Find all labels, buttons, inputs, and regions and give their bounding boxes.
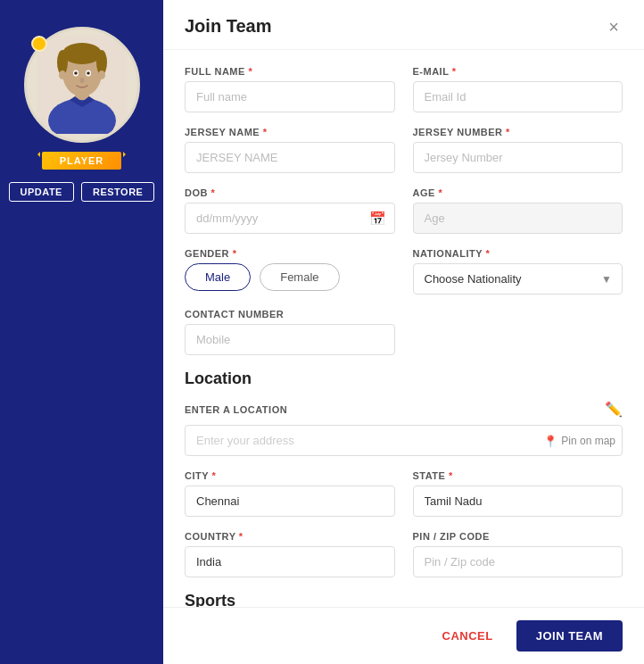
restore-button[interactable]: RESTORE [81, 182, 154, 202]
nationality-select[interactable]: Choose Nationality [413, 263, 623, 295]
city-state-row: CITY * STATE * [185, 470, 623, 517]
pin-on-map-label: Pin on map [561, 435, 615, 447]
contact-label: CONTACT NUMBER [185, 309, 395, 320]
nationality-group: NATIONALITY * Choose Nationality ▼ [413, 248, 623, 295]
location-section: Location ENTER A LOCATION ✏️ 📍 Pin on ma… [185, 369, 623, 577]
dob-wrapper: 📅 [185, 203, 395, 234]
edit-location-button[interactable]: ✏️ [605, 401, 623, 418]
city-group: CITY * [185, 470, 395, 517]
close-button[interactable]: × [605, 18, 623, 36]
required-star: * [438, 187, 442, 198]
age-group: AGE * [413, 187, 623, 234]
sports-section: Sports [185, 592, 623, 607]
gold-dot-icon [31, 36, 47, 52]
state-input[interactable] [413, 486, 623, 517]
age-input [413, 203, 623, 234]
city-label: CITY * [185, 470, 395, 481]
jersey-name-input[interactable] [185, 142, 395, 173]
contact-input[interactable] [185, 324, 395, 355]
join-team-dialog: Join Team × FULL NAME * E-MAIL * [163, 0, 644, 664]
dob-group: DOB * 📅 [185, 187, 395, 234]
address-wrapper: 📍 Pin on map [185, 425, 623, 456]
country-pin-row: COUNTRY * PIN / ZIP CODE [185, 531, 623, 577]
state-label: STATE * [413, 470, 623, 481]
sidebar-action-buttons: UPDATE RESTORE [9, 182, 155, 202]
required-star: * [452, 66, 457, 77]
gender-male-button[interactable]: Male [185, 263, 251, 291]
pin-on-map[interactable]: 📍 Pin on map [543, 434, 615, 447]
gender-female-button[interactable]: Female [260, 263, 339, 291]
full-name-label: FULL NAME * [185, 66, 395, 77]
jersey-number-group: JERSEY NUMBER * [413, 127, 623, 173]
avatar-container [24, 27, 140, 143]
contact-spacer [413, 309, 623, 355]
dialog-title: Join Team [185, 16, 271, 37]
svg-point-12 [59, 71, 66, 79]
required-star: * [211, 187, 216, 198]
state-group: STATE * [413, 470, 623, 517]
pincode-input[interactable] [413, 546, 623, 577]
jersey-name-group: JERSEY NAME * [185, 127, 395, 173]
contact-group: CONTACT NUMBER [185, 309, 395, 355]
svg-point-10 [87, 71, 90, 75]
pin-icon: 📍 [543, 434, 557, 447]
dob-input[interactable] [185, 203, 395, 234]
pincode-label: PIN / ZIP CODE [413, 531, 623, 542]
dialog-header: Join Team × [163, 0, 644, 50]
required-star: * [506, 127, 510, 137]
required-star: * [248, 66, 252, 77]
sports-section-title: Sports [185, 592, 623, 607]
email-input[interactable] [413, 81, 623, 112]
jersey-name-label: JERSEY NAME * [185, 127, 395, 137]
required-star: * [486, 248, 491, 259]
location-section-title: Location [185, 369, 623, 388]
required-star: * [239, 531, 244, 542]
email-group: E-MAIL * [413, 66, 623, 112]
gender-group: GENDER * Male Female [185, 248, 395, 295]
gender-label: GENDER * [185, 248, 395, 259]
full-name-input[interactable] [185, 81, 395, 112]
city-input[interactable] [185, 486, 395, 517]
dob-label: DOB * [185, 187, 395, 198]
svg-point-9 [74, 71, 78, 75]
update-button[interactable]: UPDATE [9, 182, 74, 202]
jersey-number-input[interactable] [413, 142, 623, 173]
email-label: E-MAIL * [413, 66, 623, 77]
nationality-label: NATIONALITY * [413, 248, 623, 259]
required-star: * [233, 248, 237, 259]
full-name-group: FULL NAME * [185, 66, 395, 112]
name-email-row: FULL NAME * E-MAIL * [185, 66, 623, 112]
cancel-button[interactable]: CANCEL [428, 620, 508, 652]
jersey-row: JERSEY NAME * JERSEY NUMBER * [185, 127, 623, 173]
nationality-select-wrapper: Choose Nationality ▼ [413, 263, 623, 295]
join-team-button[interactable]: JOIN TEAM [516, 620, 623, 652]
required-star: * [449, 470, 453, 481]
dialog-body: FULL NAME * E-MAIL * JERSEY NAME * [163, 50, 644, 607]
age-label: AGE * [413, 187, 623, 198]
pencil-icon: ✏️ [605, 402, 623, 417]
contact-row: CONTACT NUMBER [185, 309, 623, 355]
country-group: COUNTRY * [185, 531, 395, 577]
avatar-image [37, 36, 127, 134]
jersey-number-label: JERSEY NUMBER * [413, 127, 623, 137]
svg-point-4 [62, 43, 102, 64]
pincode-group: PIN / ZIP CODE [413, 531, 623, 577]
dob-age-row: DOB * 📅 AGE * [185, 187, 623, 234]
required-star: * [263, 127, 268, 137]
sidebar: PLAYER UPDATE RESTORE [0, 0, 163, 664]
country-input[interactable] [185, 546, 395, 577]
dialog-footer: CANCEL JOIN TEAM [163, 607, 644, 664]
player-badge: PLAYER [42, 152, 122, 170]
location-header: ENTER A LOCATION ✏️ [185, 401, 623, 418]
country-label: COUNTRY * [185, 531, 395, 542]
required-star: * [211, 470, 216, 481]
svg-point-13 [98, 71, 105, 79]
gender-nationality-row: GENDER * Male Female NATIONALITY * Choos… [185, 248, 623, 295]
gender-options: Male Female [185, 263, 395, 291]
svg-point-11 [79, 78, 84, 83]
enter-location-label: ENTER A LOCATION [185, 404, 287, 415]
